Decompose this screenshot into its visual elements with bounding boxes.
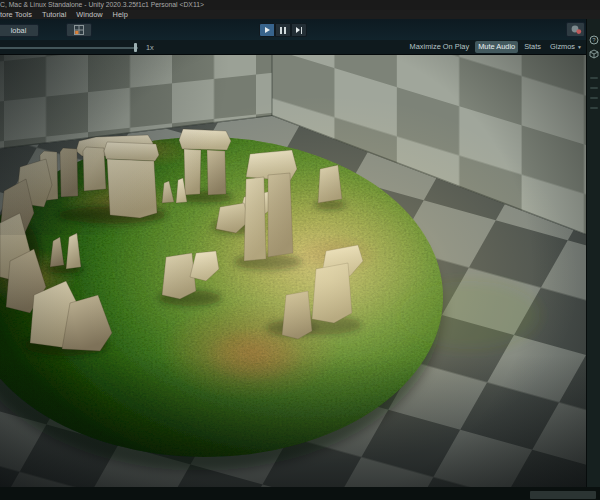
menu-item-window[interactable]: Window (76, 10, 102, 19)
collab-cloud-button[interactable] (566, 22, 585, 37)
cube-gizmo-icon (589, 49, 599, 59)
menu-item-store-tools[interactable]: tore Tools (0, 10, 32, 19)
pause-icon (280, 27, 286, 34)
global-pivot-button[interactable]: lobal (0, 24, 39, 37)
scene-render (0, 55, 586, 487)
help-circle-icon: ? (589, 35, 599, 45)
statusbar-segment (530, 491, 596, 499)
panel-text-fragment (590, 87, 598, 89)
scale-value: 1x (146, 43, 154, 52)
corner-darkening (0, 55, 260, 235)
gizmos-label: Gizmos (550, 42, 575, 51)
gizmos-dropdown[interactable]: Gizmos▼ (547, 41, 585, 53)
right-panel-sliver: ? (586, 19, 600, 487)
game-viewport[interactable] (0, 55, 586, 487)
play-controls (259, 23, 307, 37)
panel-text-fragment (590, 77, 598, 79)
panel-text-fragment (590, 97, 598, 99)
title-bar: C, Mac & Linux Standalone - Unity 2020.3… (0, 0, 600, 10)
pause-button[interactable] (275, 23, 291, 37)
scale-slider-handle[interactable] (134, 43, 137, 52)
mute-audio-toggle[interactable]: Mute Audio (475, 41, 518, 53)
global-pivot-label: lobal (11, 26, 27, 35)
grid-snap-button[interactable] (66, 23, 92, 37)
maximize-on-play-toggle[interactable]: Maximize On Play (407, 41, 473, 53)
menu-item-help[interactable]: Help (113, 10, 128, 19)
stats-toggle[interactable]: Stats (521, 41, 544, 53)
main-toolbar: lobal (0, 19, 600, 40)
step-icon (296, 27, 303, 34)
window-title: C, Mac & Linux Standalone - Unity 2020.3… (0, 1, 204, 8)
svg-text:?: ? (592, 37, 596, 43)
game-toolbar-toggles: Maximize On Play Mute Audio Stats Gizmos… (407, 41, 585, 53)
collab-cloud-icon (569, 24, 582, 35)
play-icon (265, 27, 270, 33)
panel-text-fragment (590, 107, 598, 109)
step-button[interactable] (291, 23, 307, 37)
menu-bar: tore Tools Tutorial Window Help (0, 10, 600, 19)
scale-slider-track[interactable] (0, 47, 138, 49)
unity-editor-window: C, Mac & Linux Standalone - Unity 2020.3… (0, 0, 600, 500)
status-bar (0, 487, 600, 500)
menu-item-tutorial[interactable]: Tutorial (42, 10, 66, 19)
chevron-down-icon: ▼ (577, 44, 582, 50)
bottom-darkening (0, 355, 586, 487)
play-button[interactable] (259, 23, 275, 37)
grid-snap-icon (73, 24, 85, 36)
